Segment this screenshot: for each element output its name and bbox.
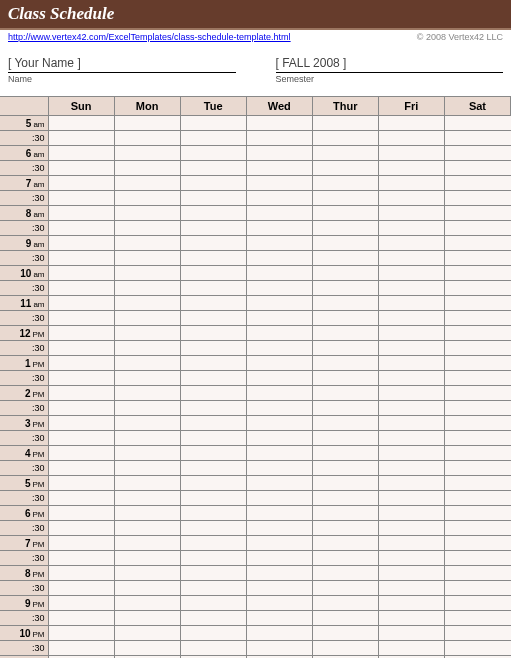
schedule-cell[interactable]	[444, 431, 510, 446]
schedule-cell[interactable]	[246, 566, 312, 581]
schedule-cell[interactable]	[48, 191, 114, 206]
schedule-cell[interactable]	[378, 386, 444, 401]
schedule-cell[interactable]	[444, 176, 510, 191]
schedule-cell[interactable]	[312, 506, 378, 521]
schedule-cell[interactable]	[312, 266, 378, 281]
schedule-cell[interactable]	[114, 566, 180, 581]
schedule-cell[interactable]	[378, 626, 444, 641]
schedule-cell[interactable]	[378, 461, 444, 476]
schedule-cell[interactable]	[378, 521, 444, 536]
schedule-cell[interactable]	[246, 536, 312, 551]
schedule-cell[interactable]	[114, 461, 180, 476]
schedule-cell[interactable]	[378, 296, 444, 311]
schedule-cell[interactable]	[312, 461, 378, 476]
schedule-cell[interactable]	[114, 146, 180, 161]
schedule-cell[interactable]	[312, 641, 378, 656]
schedule-cell[interactable]	[114, 581, 180, 596]
schedule-cell[interactable]	[48, 611, 114, 626]
schedule-cell[interactable]	[312, 206, 378, 221]
schedule-cell[interactable]	[246, 416, 312, 431]
schedule-cell[interactable]	[114, 251, 180, 266]
schedule-cell[interactable]	[114, 521, 180, 536]
schedule-cell[interactable]	[378, 371, 444, 386]
schedule-cell[interactable]	[312, 326, 378, 341]
schedule-cell[interactable]	[378, 536, 444, 551]
schedule-cell[interactable]	[246, 461, 312, 476]
schedule-cell[interactable]	[48, 506, 114, 521]
schedule-cell[interactable]	[312, 281, 378, 296]
schedule-cell[interactable]	[312, 566, 378, 581]
schedule-cell[interactable]	[312, 251, 378, 266]
schedule-cell[interactable]	[312, 356, 378, 371]
schedule-cell[interactable]	[246, 521, 312, 536]
schedule-cell[interactable]	[378, 476, 444, 491]
schedule-cell[interactable]	[180, 641, 246, 656]
schedule-cell[interactable]	[180, 146, 246, 161]
schedule-cell[interactable]	[444, 341, 510, 356]
schedule-cell[interactable]	[246, 131, 312, 146]
schedule-cell[interactable]	[378, 641, 444, 656]
schedule-cell[interactable]	[378, 221, 444, 236]
schedule-cell[interactable]	[114, 431, 180, 446]
schedule-cell[interactable]	[180, 236, 246, 251]
schedule-cell[interactable]	[48, 116, 114, 131]
schedule-cell[interactable]	[378, 281, 444, 296]
schedule-cell[interactable]	[378, 311, 444, 326]
schedule-cell[interactable]	[180, 536, 246, 551]
schedule-cell[interactable]	[114, 551, 180, 566]
schedule-cell[interactable]	[378, 191, 444, 206]
schedule-cell[interactable]	[180, 326, 246, 341]
schedule-cell[interactable]	[444, 236, 510, 251]
schedule-cell[interactable]	[48, 596, 114, 611]
schedule-cell[interactable]	[48, 311, 114, 326]
schedule-cell[interactable]	[246, 611, 312, 626]
schedule-cell[interactable]	[312, 581, 378, 596]
schedule-cell[interactable]	[444, 581, 510, 596]
schedule-cell[interactable]	[48, 296, 114, 311]
schedule-cell[interactable]	[378, 131, 444, 146]
schedule-cell[interactable]	[48, 386, 114, 401]
schedule-cell[interactable]	[48, 131, 114, 146]
schedule-cell[interactable]	[444, 506, 510, 521]
schedule-cell[interactable]	[444, 566, 510, 581]
schedule-cell[interactable]	[312, 491, 378, 506]
schedule-cell[interactable]	[444, 536, 510, 551]
schedule-cell[interactable]	[180, 371, 246, 386]
schedule-cell[interactable]	[378, 596, 444, 611]
schedule-cell[interactable]	[180, 206, 246, 221]
schedule-cell[interactable]	[444, 521, 510, 536]
schedule-cell[interactable]	[246, 341, 312, 356]
schedule-cell[interactable]	[444, 401, 510, 416]
schedule-cell[interactable]	[48, 206, 114, 221]
schedule-cell[interactable]	[312, 551, 378, 566]
schedule-cell[interactable]	[312, 146, 378, 161]
schedule-cell[interactable]	[48, 521, 114, 536]
schedule-cell[interactable]	[444, 416, 510, 431]
schedule-cell[interactable]	[114, 281, 180, 296]
schedule-cell[interactable]	[180, 506, 246, 521]
schedule-cell[interactable]	[378, 326, 444, 341]
schedule-cell[interactable]	[444, 551, 510, 566]
schedule-cell[interactable]	[114, 221, 180, 236]
schedule-cell[interactable]	[444, 191, 510, 206]
schedule-cell[interactable]	[444, 491, 510, 506]
schedule-cell[interactable]	[114, 311, 180, 326]
schedule-cell[interactable]	[378, 431, 444, 446]
schedule-cell[interactable]	[48, 341, 114, 356]
schedule-cell[interactable]	[444, 296, 510, 311]
schedule-cell[interactable]	[246, 221, 312, 236]
schedule-cell[interactable]	[114, 386, 180, 401]
schedule-cell[interactable]	[312, 221, 378, 236]
schedule-cell[interactable]	[246, 446, 312, 461]
schedule-cell[interactable]	[48, 446, 114, 461]
schedule-cell[interactable]	[180, 461, 246, 476]
schedule-cell[interactable]	[180, 281, 246, 296]
schedule-cell[interactable]	[444, 611, 510, 626]
schedule-cell[interactable]	[246, 401, 312, 416]
schedule-cell[interactable]	[378, 446, 444, 461]
schedule-cell[interactable]	[378, 206, 444, 221]
schedule-cell[interactable]	[114, 176, 180, 191]
schedule-cell[interactable]	[114, 491, 180, 506]
schedule-cell[interactable]	[48, 251, 114, 266]
schedule-cell[interactable]	[246, 191, 312, 206]
